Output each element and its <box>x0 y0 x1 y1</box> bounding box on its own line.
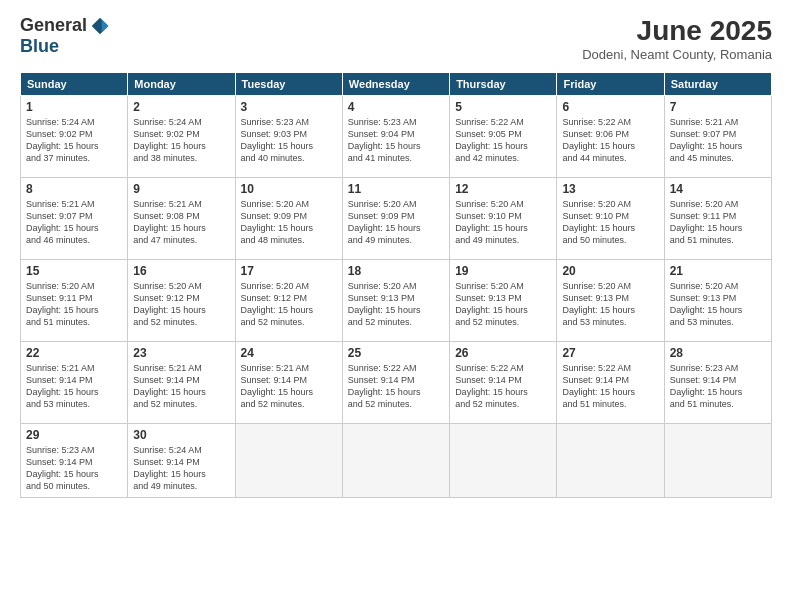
page: General Blue June 2025 Dodeni, Neamt Cou… <box>0 0 792 612</box>
week-row-3: 15Sunrise: 5:20 AMSunset: 9:11 PMDayligh… <box>21 260 772 342</box>
table-row <box>342 424 449 498</box>
table-row: 24Sunrise: 5:21 AMSunset: 9:14 PMDayligh… <box>235 342 342 424</box>
table-row: 19Sunrise: 5:20 AMSunset: 9:13 PMDayligh… <box>450 260 557 342</box>
table-row: 13Sunrise: 5:20 AMSunset: 9:10 PMDayligh… <box>557 178 664 260</box>
logo: General Blue <box>20 15 110 57</box>
header: General Blue June 2025 Dodeni, Neamt Cou… <box>20 15 772 62</box>
table-row: 17Sunrise: 5:20 AMSunset: 9:12 PMDayligh… <box>235 260 342 342</box>
svg-marker-1 <box>102 19 109 32</box>
header-tuesday: Tuesday <box>235 73 342 96</box>
table-row: 1Sunrise: 5:24 AMSunset: 9:02 PMDaylight… <box>21 96 128 178</box>
table-row: 5Sunrise: 5:22 AMSunset: 9:05 PMDaylight… <box>450 96 557 178</box>
header-monday: Monday <box>128 73 235 96</box>
table-row <box>235 424 342 498</box>
table-row: 7Sunrise: 5:21 AMSunset: 9:07 PMDaylight… <box>664 96 771 178</box>
table-row: 9Sunrise: 5:21 AMSunset: 9:08 PMDaylight… <box>128 178 235 260</box>
table-row: 25Sunrise: 5:22 AMSunset: 9:14 PMDayligh… <box>342 342 449 424</box>
table-row: 30Sunrise: 5:24 AMSunset: 9:14 PMDayligh… <box>128 424 235 498</box>
table-row <box>450 424 557 498</box>
week-row-5: 29Sunrise: 5:23 AMSunset: 9:14 PMDayligh… <box>21 424 772 498</box>
table-row: 11Sunrise: 5:20 AMSunset: 9:09 PMDayligh… <box>342 178 449 260</box>
table-row <box>664 424 771 498</box>
table-row: 18Sunrise: 5:20 AMSunset: 9:13 PMDayligh… <box>342 260 449 342</box>
table-row: 26Sunrise: 5:22 AMSunset: 9:14 PMDayligh… <box>450 342 557 424</box>
table-row: 10Sunrise: 5:20 AMSunset: 9:09 PMDayligh… <box>235 178 342 260</box>
logo-blue: Blue <box>20 36 59 57</box>
table-row: 29Sunrise: 5:23 AMSunset: 9:14 PMDayligh… <box>21 424 128 498</box>
table-row: 12Sunrise: 5:20 AMSunset: 9:10 PMDayligh… <box>450 178 557 260</box>
header-row: Sunday Monday Tuesday Wednesday Thursday… <box>21 73 772 96</box>
calendar: Sunday Monday Tuesday Wednesday Thursday… <box>20 72 772 498</box>
table-row: 28Sunrise: 5:23 AMSunset: 9:14 PMDayligh… <box>664 342 771 424</box>
table-row: 21Sunrise: 5:20 AMSunset: 9:13 PMDayligh… <box>664 260 771 342</box>
table-row: 2Sunrise: 5:24 AMSunset: 9:02 PMDaylight… <box>128 96 235 178</box>
week-row-4: 22Sunrise: 5:21 AMSunset: 9:14 PMDayligh… <box>21 342 772 424</box>
logo-general: General <box>20 15 87 36</box>
week-row-1: 1Sunrise: 5:24 AMSunset: 9:02 PMDaylight… <box>21 96 772 178</box>
table-row <box>557 424 664 498</box>
header-saturday: Saturday <box>664 73 771 96</box>
header-wednesday: Wednesday <box>342 73 449 96</box>
table-row: 6Sunrise: 5:22 AMSunset: 9:06 PMDaylight… <box>557 96 664 178</box>
table-row: 8Sunrise: 5:21 AMSunset: 9:07 PMDaylight… <box>21 178 128 260</box>
header-friday: Friday <box>557 73 664 96</box>
table-row: 20Sunrise: 5:20 AMSunset: 9:13 PMDayligh… <box>557 260 664 342</box>
table-row: 14Sunrise: 5:20 AMSunset: 9:11 PMDayligh… <box>664 178 771 260</box>
title-section: June 2025 Dodeni, Neamt County, Romania <box>582 15 772 62</box>
header-sunday: Sunday <box>21 73 128 96</box>
week-row-2: 8Sunrise: 5:21 AMSunset: 9:07 PMDaylight… <box>21 178 772 260</box>
table-row: 15Sunrise: 5:20 AMSunset: 9:11 PMDayligh… <box>21 260 128 342</box>
table-row: 3Sunrise: 5:23 AMSunset: 9:03 PMDaylight… <box>235 96 342 178</box>
table-row: 27Sunrise: 5:22 AMSunset: 9:14 PMDayligh… <box>557 342 664 424</box>
table-row: 4Sunrise: 5:23 AMSunset: 9:04 PMDaylight… <box>342 96 449 178</box>
logo-icon <box>90 16 110 36</box>
table-row: 22Sunrise: 5:21 AMSunset: 9:14 PMDayligh… <box>21 342 128 424</box>
table-row: 16Sunrise: 5:20 AMSunset: 9:12 PMDayligh… <box>128 260 235 342</box>
main-title: June 2025 <box>582 15 772 47</box>
header-thursday: Thursday <box>450 73 557 96</box>
table-row: 23Sunrise: 5:21 AMSunset: 9:14 PMDayligh… <box>128 342 235 424</box>
subtitle: Dodeni, Neamt County, Romania <box>582 47 772 62</box>
